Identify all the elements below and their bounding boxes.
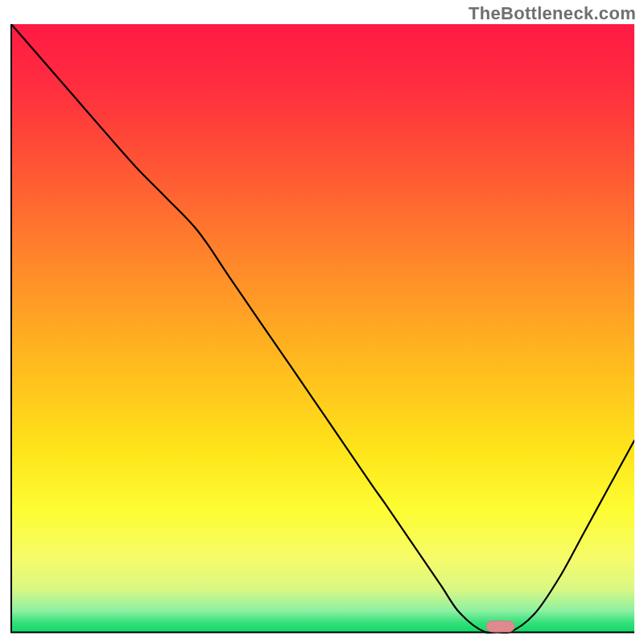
chart-svg bbox=[10, 24, 634, 634]
optimal-marker bbox=[486, 621, 514, 632]
watermark-text: TheBottleneck.com bbox=[469, 3, 636, 24]
plot-area bbox=[10, 24, 634, 634]
gradient-background bbox=[11, 24, 634, 632]
chart-container: TheBottleneck.com bbox=[0, 0, 644, 644]
